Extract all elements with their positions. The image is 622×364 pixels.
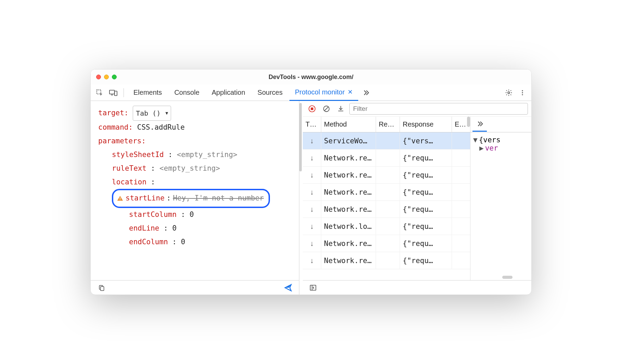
stylesheetid-value: <empty_string>	[177, 151, 237, 159]
record-button[interactable]	[306, 103, 318, 115]
send-command-button[interactable]	[282, 282, 294, 294]
divider	[124, 88, 124, 97]
clear-button[interactable]	[321, 103, 332, 115]
toggle-sidebar-icon[interactable]	[307, 282, 319, 294]
endcolumn-key: endColumn	[129, 238, 168, 246]
log-grid: T… Method Re… Response E…▲ ↓ServiceWo…{"…	[303, 117, 470, 280]
svg-rect-7	[120, 198, 120, 199]
cell-response: {"requ…	[400, 252, 452, 269]
col-request[interactable]: Re…	[376, 117, 400, 132]
cell-response: {"requ…	[400, 150, 452, 166]
cell-type: ↓	[303, 184, 321, 200]
zoom-window-button[interactable]	[112, 75, 117, 79]
cell-elapsed	[452, 132, 470, 149]
cell-method: Network.re…	[321, 235, 376, 252]
endcolumn-value: 0	[181, 238, 185, 246]
kebab-menu-icon[interactable]	[516, 87, 529, 99]
location-key: location	[112, 178, 146, 186]
window-title: DevTools - www.google.com/	[91, 74, 531, 81]
startline-value: Hey, I'm not a number	[173, 192, 264, 205]
warning-icon	[117, 195, 124, 202]
cell-request	[376, 252, 400, 269]
cell-method: ServiceWo…	[321, 132, 376, 149]
startcolumn-value: 0	[190, 210, 194, 219]
protocol-log-pane: T… Method Re… Response E…▲ ↓ServiceWo…{"…	[303, 101, 531, 295]
log-row[interactable]: ↓ServiceWo…{"vers…	[303, 132, 470, 150]
chevron-down-icon: ▼	[165, 109, 168, 118]
cell-type: ↓	[303, 235, 321, 252]
devtools-window: DevTools - www.google.com/ Elements Cons…	[90, 69, 532, 295]
cell-method: Network.re…	[321, 184, 376, 200]
editor-footer	[91, 280, 299, 295]
tab-protocol-monitor[interactable]: Protocol monitor ✕	[289, 84, 358, 101]
svg-point-4	[522, 90, 523, 91]
cell-response: {"requ…	[400, 167, 452, 183]
close-tab-icon[interactable]: ✕	[348, 88, 353, 96]
cell-type: ↓	[303, 132, 321, 149]
detail-tabs	[470, 117, 531, 132]
svg-rect-10	[101, 286, 104, 290]
log-row[interactable]: ↓Network.re…{"requ…	[303, 184, 470, 201]
tab-sources[interactable]: Sources	[252, 84, 288, 101]
cell-type: ↓	[303, 201, 321, 218]
detail-body[interactable]: ▼{vers ▶ver	[470, 132, 531, 280]
vertical-scrollbar[interactable]	[467, 117, 470, 127]
command-key: command:	[98, 123, 133, 131]
more-tabs-icon[interactable]	[360, 87, 372, 99]
disclosure-triangle-icon[interactable]: ▶	[479, 144, 484, 152]
cell-elapsed	[452, 235, 470, 252]
command-editor[interactable]: target: Tab () ▼ command: CSS.addRule pa…	[91, 101, 299, 280]
cell-elapsed	[452, 167, 470, 183]
horizontal-scrollbar[interactable]	[502, 276, 513, 279]
log-row[interactable]: ↓Network.re…{"requ…	[303, 201, 470, 218]
tab-elements[interactable]: Elements	[128, 84, 167, 101]
cell-method: Network.re…	[321, 167, 376, 183]
col-response[interactable]: Response	[400, 117, 452, 132]
titlebar: DevTools - www.google.com/	[91, 69, 531, 84]
inspect-element-icon[interactable]	[93, 87, 106, 99]
minimize-window-button[interactable]	[104, 75, 109, 79]
more-detail-tabs-icon[interactable]	[472, 117, 487, 132]
grid-header: T… Method Re… Response E…▲	[303, 117, 470, 132]
download-button[interactable]	[335, 103, 347, 115]
log-row[interactable]: ↓Network.re…{"requ…	[303, 235, 470, 252]
cell-response: {"requ…	[400, 235, 452, 252]
filter-input[interactable]	[349, 103, 528, 115]
detail-prop: ver	[485, 144, 498, 152]
target-key: target:	[98, 109, 129, 117]
cell-type: ↓	[303, 218, 321, 235]
cell-type: ↓	[303, 252, 321, 269]
grid-body: ↓ServiceWo…{"vers…↓Network.re…{"requ…↓Ne…	[303, 132, 470, 280]
device-toolbar-icon[interactable]	[107, 87, 119, 99]
cell-elapsed	[452, 150, 470, 166]
col-type[interactable]: T…	[303, 117, 321, 132]
log-footer	[303, 280, 531, 295]
settings-gear-icon[interactable]	[503, 87, 515, 99]
copy-icon[interactable]	[95, 282, 108, 294]
tab-console[interactable]: Console	[169, 84, 205, 101]
close-window-button[interactable]	[96, 75, 101, 79]
stylesheetid-key: styleSheetId	[112, 151, 164, 159]
col-method[interactable]: Method	[321, 117, 376, 132]
svg-rect-12	[311, 107, 313, 110]
cell-method: Network.re…	[321, 150, 376, 166]
cell-response: {"requ…	[400, 201, 452, 218]
disclosure-triangle-icon[interactable]: ▼	[473, 136, 478, 144]
cell-type: ↓	[303, 167, 321, 183]
log-row[interactable]: ↓Network.re…{"requ…	[303, 167, 470, 184]
cell-request	[376, 132, 400, 149]
pane-splitter[interactable]	[299, 101, 303, 295]
endline-value: 0	[172, 224, 177, 232]
tab-protocol-label: Protocol monitor	[295, 88, 345, 96]
log-row[interactable]: ↓Network.re…{"requ…	[303, 150, 470, 167]
cell-method: Network.re…	[321, 201, 376, 218]
log-row[interactable]: ↓Network.lo…{"requ…	[303, 218, 470, 235]
log-row[interactable]: ↓Network.re…{"requ…	[303, 252, 470, 269]
cell-request	[376, 218, 400, 235]
endline-key: endLine	[129, 224, 159, 232]
tab-application[interactable]: Application	[206, 84, 251, 101]
cell-request	[376, 184, 400, 200]
target-select[interactable]: Tab () ▼	[133, 106, 171, 121]
cell-elapsed	[452, 201, 470, 218]
cell-request	[376, 167, 400, 183]
